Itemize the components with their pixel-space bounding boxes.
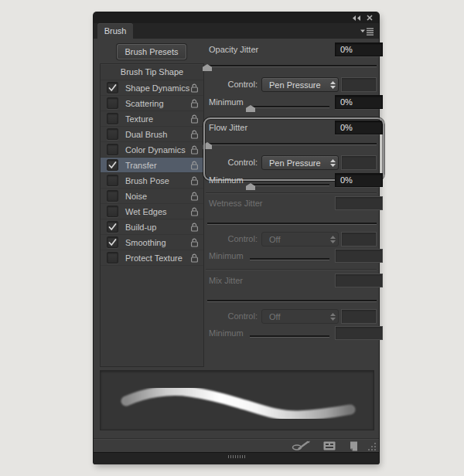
- mix-control-field: [341, 309, 377, 324]
- brush-setting-row-texture[interactable]: Texture: [101, 111, 203, 127]
- flow-control-value: Pen Pressure: [262, 158, 327, 168]
- setting-checkbox[interactable]: [107, 175, 118, 186]
- setting-label: Smoothing: [125, 238, 190, 247]
- checkmark-icon: [108, 239, 117, 246]
- flow-control-label: Control:: [207, 158, 258, 167]
- brush-panel: Brush Brush Presets Brush Tip Shape Shap…: [94, 12, 379, 464]
- setting-label: Scattering: [125, 99, 190, 108]
- brush-setting-row-build-up[interactable]: Build-up: [101, 219, 203, 235]
- unlock-icon[interactable]: [190, 253, 200, 263]
- unlock-icon[interactable]: [190, 176, 200, 185]
- wetness-jitter-slider: [207, 223, 377, 224]
- section-divider: [206, 192, 377, 193]
- setting-label: Transfer: [125, 161, 190, 170]
- setting-label: Noise: [125, 192, 190, 201]
- wetness-minimum-value: [335, 249, 383, 263]
- unlock-icon[interactable]: [190, 83, 200, 93]
- tab-brush[interactable]: Brush: [97, 23, 133, 39]
- section-divider: [206, 269, 377, 270]
- brush-setting-row-transfer[interactable]: Transfer: [101, 158, 203, 173]
- panel-resize-grip-icon[interactable]: [367, 442, 377, 453]
- unlock-icon[interactable]: [190, 161, 200, 170]
- setting-label: Shape Dynamics: [125, 83, 190, 93]
- opacity-jitter-slider[interactable]: [207, 65, 377, 66]
- settings-rows: Shape Dynamics Scattering: [101, 80, 203, 266]
- setting-label: Wet Edges: [125, 207, 190, 216]
- opacity-jitter-value[interactable]: 0%: [335, 42, 383, 56]
- brush-setting-row-protect-texture[interactable]: Protect Texture: [101, 250, 203, 266]
- setting-checkbox[interactable]: [107, 128, 118, 140]
- flow-minimum-slider[interactable]: [250, 184, 329, 185]
- brush-setting-row-scattering[interactable]: Scattering: [101, 96, 203, 111]
- wetness-control-dropdown: Off: [261, 232, 339, 246]
- unlock-icon[interactable]: [190, 145, 200, 155]
- footer-divider: [94, 438, 379, 439]
- flow-jitter-slider[interactable]: [207, 143, 377, 144]
- panel-bottom-strip[interactable]: [94, 452, 379, 464]
- unlock-icon[interactable]: [190, 114, 200, 124]
- unlock-icon[interactable]: [190, 238, 200, 247]
- setting-checkbox[interactable]: [107, 206, 118, 217]
- setting-checkbox[interactable]: [107, 252, 118, 264]
- opacity-control-dropdown[interactable]: Pen Pressure: [261, 77, 339, 92]
- create-new-brush-icon[interactable]: [347, 441, 358, 451]
- wetness-control-field: [341, 232, 377, 246]
- opacity-control-field: [341, 77, 377, 92]
- wetness-minimum-label: Minimum: [209, 251, 244, 260]
- close-panel-icon[interactable]: [367, 15, 373, 21]
- list-item-brush-tip-shape[interactable]: Brush Tip Shape: [101, 64, 203, 80]
- checkmark-icon: [108, 162, 117, 169]
- opacity-minimum-value[interactable]: 0%: [335, 95, 383, 109]
- opacity-minimum-label: Minimum: [209, 97, 244, 107]
- unlock-icon[interactable]: [190, 99, 200, 108]
- flow-control-field: [341, 155, 377, 170]
- setting-label: Brush Pose: [125, 176, 190, 185]
- setting-label: Protect Texture: [125, 253, 190, 263]
- setting-checkbox[interactable]: [107, 236, 118, 248]
- flow-control-dropdown[interactable]: Pen Pressure: [261, 155, 339, 170]
- open-preset-manager-icon[interactable]: [323, 441, 336, 450]
- flow-jitter-value[interactable]: 0%: [335, 121, 383, 134]
- brush-setting-row-dual-brush[interactable]: Dual Brush: [101, 127, 203, 142]
- unlock-icon[interactable]: [190, 207, 200, 216]
- opacity-minimum-slider[interactable]: [250, 106, 329, 107]
- unlock-icon[interactable]: [190, 223, 200, 232]
- setting-checkbox[interactable]: [107, 221, 118, 233]
- setting-checkbox[interactable]: [107, 113, 118, 124]
- mix-minimum-slider: [250, 335, 329, 337]
- up-down-arrows-icon: [327, 236, 338, 243]
- panel-titlebar[interactable]: [94, 12, 379, 23]
- mix-jitter-label: Mix Jitter: [209, 276, 243, 285]
- setting-label: Texture: [125, 114, 190, 124]
- brush-setting-row-color-dynamics[interactable]: Color Dynamics: [101, 142, 203, 158]
- brush-presets-label: Brush Presets: [125, 47, 178, 56]
- unlock-icon[interactable]: [190, 130, 200, 139]
- brush-setting-row-shape-dynamics[interactable]: Shape Dynamics: [101, 80, 203, 96]
- setting-checkbox[interactable]: [107, 144, 118, 155]
- brush-stroke-preview: [100, 370, 374, 430]
- brush-presets-button[interactable]: Brush Presets: [117, 44, 186, 60]
- wetness-minimum-slider: [250, 258, 329, 260]
- brush-setting-row-brush-pose[interactable]: Brush Pose: [101, 173, 203, 189]
- flow-minimum-value[interactable]: 0%: [335, 173, 383, 187]
- mix-control-dropdown: Off: [261, 309, 339, 324]
- tab-bar: [94, 23, 379, 39]
- wetness-jitter-value: [335, 196, 383, 210]
- stroke-preview-image: [101, 371, 374, 430]
- brush-setting-row-wet-edges[interactable]: Wet Edges: [101, 204, 203, 219]
- brush-setting-row-noise[interactable]: Noise: [101, 189, 203, 204]
- brush-tip-shape-label: Brush Tip Shape: [121, 67, 183, 76]
- setting-checkbox[interactable]: [107, 190, 118, 202]
- unlock-icon[interactable]: [190, 192, 200, 201]
- up-down-arrows-icon: [327, 159, 338, 167]
- mix-jitter-value: [335, 274, 383, 287]
- setting-checkbox[interactable]: [107, 97, 118, 109]
- brush-preview-toggle-icon[interactable]: [292, 440, 312, 451]
- brush-setting-row-smoothing[interactable]: Smoothing: [101, 235, 203, 250]
- setting-checkbox[interactable]: [107, 82, 118, 94]
- drag-grip-icon[interactable]: [228, 455, 245, 458]
- panel-menu-icon[interactable]: [360, 28, 374, 36]
- setting-checkbox[interactable]: [107, 159, 118, 171]
- opacity-jitter-label: Opacity Jitter: [209, 45, 258, 54]
- collapse-panel-icon[interactable]: [353, 15, 360, 21]
